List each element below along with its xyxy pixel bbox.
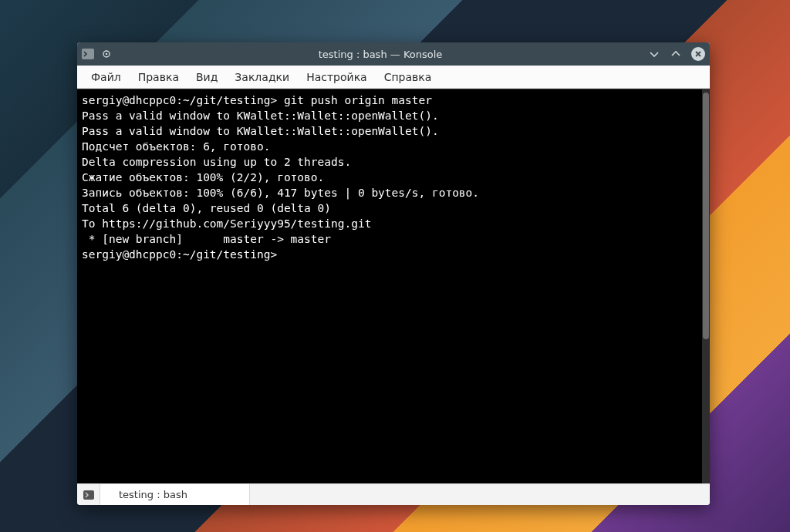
menu-file[interactable]: Файл <box>83 68 129 86</box>
tabbar: testing : bash <box>77 483 710 505</box>
terminal-line: * [new branch] master -> master <box>82 233 331 245</box>
terminal-line: Подсчет объектов: 6, готово. <box>82 140 270 153</box>
terminal-scrollbar[interactable] <box>702 89 710 483</box>
close-button[interactable] <box>691 47 705 61</box>
window-titlebar[interactable]: testing : bash — Konsole <box>77 42 710 66</box>
minimize-button[interactable] <box>648 48 660 60</box>
terminal-line: Сжатие объектов: 100% (2/2), готово. <box>82 171 324 184</box>
terminal-line: Pass a valid window to KWallet::Wallet::… <box>82 109 439 122</box>
new-tab-button[interactable] <box>77 484 100 505</box>
tab-active[interactable]: testing : bash <box>100 484 250 505</box>
scrollbar-thumb[interactable] <box>703 93 709 339</box>
menu-bookmarks[interactable]: Закладки <box>227 68 297 86</box>
terminal-line: Total 6 (delta 0), reused 0 (delta 0) <box>82 202 331 214</box>
menu-settings[interactable]: Настройка <box>299 68 375 86</box>
terminal-output[interactable]: sergiy@dhcppc0:~/git/testing> git push o… <box>77 89 702 483</box>
terminal-line: Delta compression using up to 2 threads. <box>82 156 351 168</box>
svg-rect-0 <box>82 49 94 59</box>
tab-label: testing : bash <box>119 489 187 500</box>
terminal-line: Запись объектов: 100% (6/6), 417 bytes |… <box>82 187 479 199</box>
terminal-line: sergiy@dhcppc0:~/git/testing> <box>82 248 277 261</box>
menu-view[interactable]: Вид <box>188 68 225 86</box>
terminal-app-icon <box>82 48 94 60</box>
svg-rect-3 <box>83 490 94 500</box>
terminal-line: To https://github.com/Seriyyy95/testing.… <box>82 217 371 230</box>
menu-edit[interactable]: Правка <box>130 68 187 86</box>
menubar: Файл Правка Вид Закладки Настройка Справ… <box>77 66 710 89</box>
terminal-viewport: sergiy@dhcppc0:~/git/testing> git push o… <box>77 89 710 483</box>
terminal-line: Pass a valid window to KWallet::Wallet::… <box>82 125 439 137</box>
konsole-window: testing : bash — Konsole Файл Правка Вид… <box>77 42 710 505</box>
desktop-background: testing : bash — Konsole Файл Правка Вид… <box>0 0 790 532</box>
svg-point-2 <box>106 53 108 56</box>
terminal-line: sergiy@dhcppc0:~/git/testing> git push o… <box>82 94 432 106</box>
pin-icon[interactable] <box>100 48 113 60</box>
menu-help[interactable]: Справка <box>376 68 440 86</box>
window-title: testing : bash — Konsole <box>113 49 648 60</box>
maximize-button[interactable] <box>670 48 682 60</box>
